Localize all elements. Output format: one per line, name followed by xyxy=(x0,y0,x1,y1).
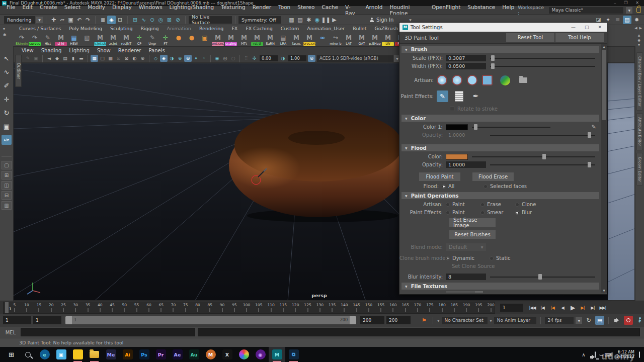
snap-projected-center-icon[interactable]: ◎ xyxy=(156,16,165,24)
step-back-frame-button[interactable]: |◀ xyxy=(537,303,547,312)
render-settings-icon[interactable]: ✱ xyxy=(304,16,313,24)
grease-pencil-icon[interactable]: ✎ xyxy=(24,55,32,62)
fps-dropdown-arrow[interactable]: ▼ xyxy=(576,317,582,324)
mudbox-icon[interactable]: M xyxy=(202,347,219,362)
character-set-arrow[interactable]: ▼ xyxy=(437,319,440,322)
shelf-item-hsw[interactable]: ▦HSW xyxy=(67,33,80,46)
shelf-item-rst-tl[interactable]: Mrst tl xyxy=(251,33,264,46)
maya-icon[interactable]: M xyxy=(269,347,285,362)
shelf-tab-sculpting[interactable]: Sculpting xyxy=(106,26,136,33)
media-encoder-icon[interactable]: Me xyxy=(103,347,119,362)
shelf-next-icon[interactable]: ▶ xyxy=(639,26,642,30)
shelf-tab-fx-caching[interactable]: FX Caching xyxy=(242,26,276,33)
shelf-tab-animation[interactable]: Animation xyxy=(163,26,195,33)
scrollbar-down-icon[interactable]: ▼ xyxy=(603,288,605,293)
shelf-item-5[interactable]: ▧ xyxy=(80,33,94,46)
flood-selected-radio[interactable] xyxy=(484,185,488,189)
scrollbar-thumb[interactable] xyxy=(602,50,606,120)
rotate-to-stroke-checkbox[interactable] xyxy=(450,107,454,111)
shelf-tab-rendering[interactable]: Rendering xyxy=(195,26,228,33)
panel-menu-renderer[interactable]: Renderer xyxy=(118,48,149,53)
section-color[interactable]: ▼Color xyxy=(401,115,599,122)
ts-minimize-icon[interactable]: — xyxy=(571,25,576,30)
open-scene-icon[interactable]: ▱ xyxy=(58,16,66,24)
shelf-item-23[interactable]: ∞ xyxy=(316,33,329,46)
camera-attributes-icon[interactable]: ▤ xyxy=(61,55,69,62)
current-frame-field[interactable]: 1 xyxy=(500,304,523,312)
rotate-tool[interactable]: ↻ xyxy=(2,108,12,118)
snap-point-icon[interactable]: ⊙ xyxy=(148,16,156,24)
save-scene-icon[interactable]: ▣ xyxy=(66,16,75,24)
light-icon[interactable]: ✦ xyxy=(192,55,200,62)
move-tool[interactable]: ✛ xyxy=(2,94,12,104)
tab-attribute-editor[interactable]: Attribute Editor xyxy=(636,113,643,150)
shelf-item-oat[interactable]: MOAT xyxy=(355,33,368,46)
shadows-icon[interactable]: ⊠ xyxy=(123,55,130,62)
anim-layer-dropdown[interactable]: No Anim Layer xyxy=(494,317,536,324)
select-object-icon[interactable]: ◈ xyxy=(107,16,116,24)
snap-curve-icon[interactable]: ∿ xyxy=(139,16,148,24)
shelf-tab-fx[interactable]: FX xyxy=(227,26,242,33)
exposure-field[interactable]: 0.00 xyxy=(260,55,278,61)
live-surface-field[interactable]: No Live Surface xyxy=(189,16,232,24)
clone-static-radio[interactable] xyxy=(490,256,494,260)
shelf-item-sarn[interactable]: MSaRN xyxy=(264,33,277,46)
shelf-tab-custom[interactable]: Custom xyxy=(277,26,303,33)
menu-set-dropdown-arrow[interactable]: ▼ xyxy=(36,17,43,23)
auto-key-icon[interactable] xyxy=(624,316,633,325)
artisan-erase-radio[interactable] xyxy=(480,203,485,207)
lasso-select-tool[interactable]: ∿ xyxy=(2,67,12,77)
shelf-item-mtt[interactable]: MMTt xyxy=(237,33,251,46)
shadow-toggle-icon[interactable]: ⊛ xyxy=(176,55,184,62)
set-erase-image-button[interactable]: Set Erase Image xyxy=(449,218,496,227)
color1-swatch[interactable] xyxy=(446,124,468,130)
wireframe-icon[interactable]: ▦ xyxy=(91,55,98,62)
two-pane-side-layout[interactable]: ◫ xyxy=(2,181,12,190)
snap-viewplane-icon[interactable]: ⊠ xyxy=(165,16,174,24)
xray-icon[interactable]: ◎ xyxy=(221,55,229,62)
select-component-icon[interactable]: ⊡ xyxy=(116,16,124,24)
select-hierarchy-icon[interactable]: ≣ xyxy=(99,16,107,24)
make-live-icon[interactable]: ⊘ xyxy=(174,16,182,24)
colorspace-dropdown[interactable]: ACES 1.0 SDR-video (sRGB) xyxy=(317,55,393,62)
eyedropper-icon[interactable]: ✎ xyxy=(586,124,601,130)
pe-smear-radio[interactable] xyxy=(480,211,485,215)
paint-effects-brush-icon[interactable]: ✎ xyxy=(437,90,448,102)
isolate-select-icon[interactable]: ◉ xyxy=(213,55,221,62)
brush-square-icon[interactable] xyxy=(482,75,493,85)
grid-toggle-icon[interactable]: ⠿ xyxy=(243,55,250,62)
viewport-right-sliver[interactable] xyxy=(608,63,634,300)
blur-intensity-field[interactable]: 8 xyxy=(446,274,486,280)
ipr-render-icon[interactable]: ▤ xyxy=(296,16,304,24)
ssao-toggle-icon[interactable]: ⊚ xyxy=(184,55,192,62)
scale-slider[interactable] xyxy=(490,55,595,61)
range-slider[interactable]: 1 200 xyxy=(65,316,356,324)
set-clone-source-button[interactable]: Set Clone Source xyxy=(452,263,495,269)
go-to-start-button[interactable]: |◀◀ xyxy=(527,303,537,312)
step-forward-frame-button[interactable]: ▶| xyxy=(588,303,598,312)
shelf-item-lat[interactable]: MLAT xyxy=(342,33,355,46)
play-forwards-button[interactable]: ▶ xyxy=(568,303,578,312)
display-rgb-icon[interactable]: ◉ xyxy=(313,16,321,24)
shelf-prev-icon[interactable]: ◀ xyxy=(634,26,637,30)
section-file-textures[interactable]: ▼File Textures xyxy=(401,283,599,290)
anti-alias-icon[interactable]: ⊛ xyxy=(139,55,146,62)
brush-hard-icon[interactable] xyxy=(467,75,477,85)
blend-mode-arrow[interactable]: ▼ xyxy=(478,243,486,251)
shelf-item-14[interactable]: ▣ xyxy=(198,33,211,46)
reset-tool-button[interactable]: Reset Tool xyxy=(506,33,554,42)
shelf-tab-poly-modeling[interactable]: Poly Modeling xyxy=(65,26,106,33)
command-input[interactable] xyxy=(21,328,195,336)
anim-end-field[interactable]: 200 xyxy=(386,316,411,324)
shelf-item-hist[interactable]: ✎Hist xyxy=(41,33,54,46)
textured-icon[interactable]: ▩ xyxy=(107,55,114,62)
view-transform-icon[interactable]: ⊜ xyxy=(308,55,315,62)
shelf-item-skinning[interactable]: ↷Skinning xyxy=(15,33,28,46)
brush-profile-sphere-icon[interactable] xyxy=(500,75,510,85)
shelf-tab-gozbrush[interactable]: GoZBrush xyxy=(370,26,402,33)
shelf-item-crvs-crt[interactable]: Mcrvs.crt xyxy=(303,33,316,46)
shelf-item-ft[interactable]: ✛FT xyxy=(159,33,172,46)
section-brush[interactable]: ▼Brush xyxy=(401,46,599,53)
scroll-down-icon[interactable]: ▼ xyxy=(638,43,640,46)
animation-prefs-icon[interactable] xyxy=(635,316,644,325)
